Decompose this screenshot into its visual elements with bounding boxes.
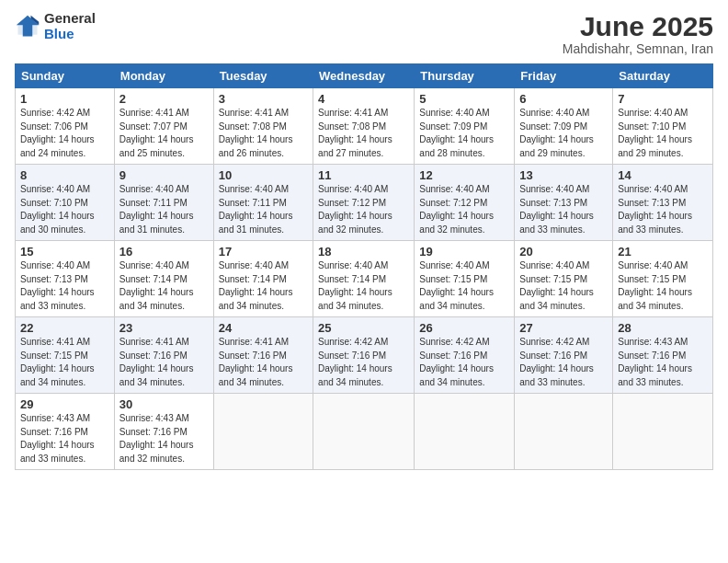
logo: General Blue [15,11,96,41]
calendar-week-row: 22Sunrise: 4:41 AM Sunset: 7:15 PM Dayli… [16,317,713,394]
day-number: 9 [119,168,209,182]
day-number: 23 [119,321,209,335]
header-saturday: Saturday [613,64,713,88]
logo-blue-text: Blue [44,27,96,42]
table-row: 27Sunrise: 4:42 AM Sunset: 7:16 PM Dayli… [515,317,613,394]
table-row: 11Sunrise: 4:40 AM Sunset: 7:12 PM Dayli… [313,165,415,241]
calendar-header-row: Sunday Monday Tuesday Wednesday Thursday… [16,64,713,88]
table-row: 8Sunrise: 4:40 AM Sunset: 7:10 PM Daylig… [16,165,115,241]
day-number: 27 [519,321,608,335]
table-row: 28Sunrise: 4:43 AM Sunset: 7:16 PM Dayli… [613,317,713,394]
day-number: 22 [20,321,109,335]
table-row: 16Sunrise: 4:40 AM Sunset: 7:14 PM Dayli… [114,241,213,317]
day-number: 2 [119,92,209,106]
month-year-title: June 2025 [563,11,713,41]
table-row: 9Sunrise: 4:40 AM Sunset: 7:11 PM Daylig… [114,165,213,241]
day-number: 10 [219,168,308,182]
header-wednesday: Wednesday [313,64,415,88]
day-info: Sunrise: 4:41 AM Sunset: 7:16 PM Dayligh… [219,336,308,389]
table-row: 24Sunrise: 4:41 AM Sunset: 7:16 PM Dayli… [213,317,313,394]
day-number: 4 [318,92,409,106]
day-info: Sunrise: 4:40 AM Sunset: 7:09 PM Dayligh… [519,107,608,160]
day-number: 13 [519,168,608,182]
table-row: 2Sunrise: 4:41 AM Sunset: 7:07 PM Daylig… [114,88,213,165]
day-info: Sunrise: 4:40 AM Sunset: 7:09 PM Dayligh… [419,107,509,160]
day-info: Sunrise: 4:40 AM Sunset: 7:14 PM Dayligh… [219,259,308,313]
day-info: Sunrise: 4:42 AM Sunset: 7:16 PM Dayligh… [519,336,608,389]
day-info: Sunrise: 4:41 AM Sunset: 7:08 PM Dayligh… [318,107,409,160]
table-row: 22Sunrise: 4:41 AM Sunset: 7:15 PM Dayli… [16,317,115,394]
header-monday: Monday [114,64,213,88]
day-number: 16 [119,245,209,259]
title-block: June 2025 Mahdishahr, Semnan, Iran [563,11,713,56]
day-info: Sunrise: 4:41 AM Sunset: 7:15 PM Dayligh… [20,336,109,389]
header-thursday: Thursday [415,64,515,88]
day-info: Sunrise: 4:43 AM Sunset: 7:16 PM Dayligh… [20,412,109,465]
day-number: 21 [618,245,708,259]
day-info: Sunrise: 4:40 AM Sunset: 7:12 PM Dayligh… [419,183,509,236]
calendar-week-row: 8Sunrise: 4:40 AM Sunset: 7:10 PM Daylig… [16,165,713,241]
day-info: Sunrise: 4:41 AM Sunset: 7:07 PM Dayligh… [119,107,209,160]
day-number: 25 [318,321,409,335]
day-info: Sunrise: 4:40 AM Sunset: 7:11 PM Dayligh… [219,183,308,236]
day-number: 20 [519,245,608,259]
day-info: Sunrise: 4:40 AM Sunset: 7:14 PM Dayligh… [119,259,209,313]
table-row: 7Sunrise: 4:40 AM Sunset: 7:10 PM Daylig… [613,88,713,165]
header-sunday: Sunday [16,64,115,88]
table-row: 30Sunrise: 4:43 AM Sunset: 7:16 PM Dayli… [114,394,213,470]
day-number: 5 [419,92,509,106]
day-number: 18 [318,245,409,259]
day-number: 26 [419,321,509,335]
day-info: Sunrise: 4:40 AM Sunset: 7:14 PM Dayligh… [318,259,409,313]
table-row: 15Sunrise: 4:40 AM Sunset: 7:13 PM Dayli… [16,241,115,317]
day-info: Sunrise: 4:40 AM Sunset: 7:10 PM Dayligh… [20,183,109,236]
logo-general-text: General [44,11,96,27]
day-number: 8 [20,168,109,182]
day-info: Sunrise: 4:41 AM Sunset: 7:08 PM Dayligh… [219,107,308,160]
table-row: 18Sunrise: 4:40 AM Sunset: 7:14 PM Dayli… [313,241,415,317]
day-number: 14 [618,168,708,182]
location-text: Mahdishahr, Semnan, Iran [563,41,713,56]
table-row: 6Sunrise: 4:40 AM Sunset: 7:09 PM Daylig… [515,88,613,165]
day-number: 29 [20,397,109,411]
day-info: Sunrise: 4:40 AM Sunset: 7:15 PM Dayligh… [519,259,608,313]
table-row: 17Sunrise: 4:40 AM Sunset: 7:14 PM Dayli… [213,241,313,317]
day-info: Sunrise: 4:40 AM Sunset: 7:13 PM Dayligh… [618,183,708,236]
day-number: 6 [519,92,608,106]
day-number: 19 [419,245,509,259]
day-info: Sunrise: 4:41 AM Sunset: 7:16 PM Dayligh… [119,336,209,389]
table-row: 1Sunrise: 4:42 AM Sunset: 7:06 PM Daylig… [16,88,115,165]
day-number: 11 [318,168,409,182]
day-info: Sunrise: 4:40 AM Sunset: 7:12 PM Dayligh… [318,183,409,236]
table-row: 5Sunrise: 4:40 AM Sunset: 7:09 PM Daylig… [415,88,515,165]
day-number: 3 [219,92,308,106]
day-number: 28 [618,321,708,335]
day-number: 1 [20,92,109,106]
day-info: Sunrise: 4:40 AM Sunset: 7:13 PM Dayligh… [519,183,608,236]
table-row: 29Sunrise: 4:43 AM Sunset: 7:16 PM Dayli… [16,394,115,470]
logo-icon [15,14,40,40]
day-number: 24 [219,321,308,335]
day-number: 17 [219,245,308,259]
day-number: 12 [419,168,509,182]
day-number: 30 [119,397,209,411]
day-number: 7 [618,92,708,106]
logo-text: General Blue [44,11,96,41]
table-row: 23Sunrise: 4:41 AM Sunset: 7:16 PM Dayli… [114,317,213,394]
header: General Blue June 2025 Mahdishahr, Semna… [15,11,713,56]
table-row: 19Sunrise: 4:40 AM Sunset: 7:15 PM Dayli… [415,241,515,317]
day-info: Sunrise: 4:42 AM Sunset: 7:16 PM Dayligh… [419,336,509,389]
table-row: 10Sunrise: 4:40 AM Sunset: 7:11 PM Dayli… [213,165,313,241]
calendar-week-row: 15Sunrise: 4:40 AM Sunset: 7:13 PM Dayli… [16,241,713,317]
table-row [613,394,713,470]
day-info: Sunrise: 4:43 AM Sunset: 7:16 PM Dayligh… [618,336,708,389]
day-info: Sunrise: 4:40 AM Sunset: 7:15 PM Dayligh… [618,259,708,313]
table-row: 21Sunrise: 4:40 AM Sunset: 7:15 PM Dayli… [613,241,713,317]
calendar-week-row: 1Sunrise: 4:42 AM Sunset: 7:06 PM Daylig… [16,88,713,165]
day-info: Sunrise: 4:42 AM Sunset: 7:06 PM Dayligh… [20,107,109,160]
page-container: General Blue June 2025 Mahdishahr, Semna… [0,0,728,563]
table-row [415,394,515,470]
header-tuesday: Tuesday [213,64,313,88]
day-info: Sunrise: 4:42 AM Sunset: 7:16 PM Dayligh… [318,336,409,389]
header-friday: Friday [515,64,613,88]
